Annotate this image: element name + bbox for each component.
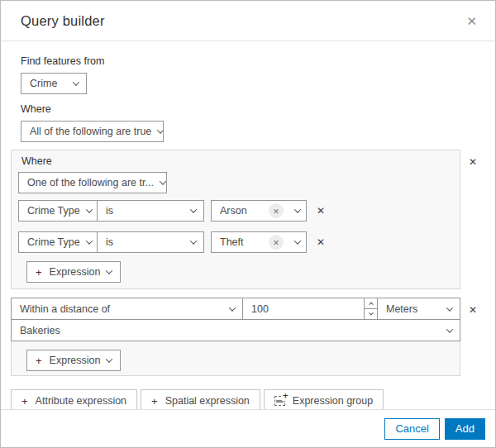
plus-icon: + bbox=[21, 395, 28, 407]
match-logic-select-value: All of the following are true bbox=[30, 126, 151, 137]
chevron-down-icon bbox=[160, 178, 166, 184]
add-expression-button[interactable]: + Expression bbox=[26, 261, 121, 283]
value-combobox[interactable]: Arson ✕ bbox=[211, 200, 307, 222]
field-select[interactable]: Crime Type bbox=[18, 200, 98, 222]
operator-select[interactable]: is bbox=[97, 200, 204, 222]
chevron-down-icon bbox=[190, 206, 197, 212]
expression-group-1: Where One of the following are tr... Cri… bbox=[11, 150, 460, 289]
expression-group-icon bbox=[274, 396, 285, 406]
group-where-label: Where bbox=[21, 155, 453, 168]
chevron-down-icon bbox=[446, 326, 453, 332]
chevron-down-icon bbox=[157, 126, 164, 133]
plus-icon: + bbox=[151, 395, 158, 407]
close-icon[interactable]: ✕ bbox=[466, 15, 477, 27]
attribute-expression-label: Attribute expression bbox=[36, 395, 126, 407]
operator-select-value: is bbox=[106, 236, 113, 248]
chevron-down-icon bbox=[85, 237, 92, 244]
field-select-value: Crime Type bbox=[27, 205, 80, 217]
expression-group-row: Within a distance of bbox=[11, 298, 485, 376]
chevron-down-icon bbox=[294, 206, 301, 212]
remove-group-button[interactable]: ✕ bbox=[467, 155, 479, 169]
plus-icon: + bbox=[36, 355, 42, 367]
spatial-operator-select[interactable]: Within a distance of bbox=[11, 298, 243, 320]
chevron-down-icon bbox=[294, 237, 301, 244]
chevron-down-icon bbox=[190, 237, 197, 244]
cancel-button[interactable]: Cancel bbox=[384, 418, 439, 440]
match-logic-select[interactable]: All of the following are true bbox=[21, 121, 164, 142]
chevron-down-icon bbox=[106, 267, 112, 274]
value-combobox-value: Arson bbox=[220, 205, 269, 217]
chevron-up-icon bbox=[369, 302, 374, 307]
where-label: Where bbox=[21, 103, 485, 116]
chevron-down-icon bbox=[73, 79, 79, 85]
group-remove-column: ✕ bbox=[460, 150, 485, 169]
find-features-label: Find features from bbox=[21, 55, 485, 68]
clear-value-icon[interactable]: ✕ bbox=[269, 235, 284, 250]
dialog-title: Query builder bbox=[21, 13, 105, 29]
value-combobox[interactable]: Theft ✕ bbox=[211, 231, 307, 253]
target-layer-value: Bakeries bbox=[20, 325, 60, 336]
value-combobox-value: Theft bbox=[220, 236, 269, 248]
group-match-logic-value: One of the following are tr... bbox=[27, 177, 154, 188]
stepper-down-button[interactable] bbox=[365, 309, 377, 320]
remove-group-button[interactable]: ✕ bbox=[467, 303, 479, 317]
distance-field bbox=[242, 298, 365, 320]
chevron-down-icon bbox=[369, 311, 374, 316]
spatial-operator-value: Within a distance of bbox=[20, 303, 110, 315]
distance-stepper bbox=[364, 298, 378, 320]
remove-expression-button[interactable]: ✕ bbox=[315, 204, 327, 217]
expression-group-label: Expression group bbox=[293, 395, 373, 407]
distance-input[interactable] bbox=[243, 298, 364, 319]
field-select-value: Crime Type bbox=[27, 236, 80, 248]
operator-select[interactable]: is bbox=[97, 231, 204, 253]
stepper-up-button[interactable] bbox=[365, 298, 377, 309]
group-remove-column: ✕ bbox=[460, 298, 485, 317]
operator-select-value: is bbox=[106, 205, 113, 217]
add-button[interactable]: Add bbox=[445, 418, 485, 440]
dialog-header: Query builder ✕ bbox=[1, 1, 495, 41]
remove-expression-button[interactable]: ✕ bbox=[315, 236, 327, 249]
expression-group-row: Where One of the following are tr... Cri… bbox=[11, 150, 485, 289]
field-select[interactable]: Crime Type bbox=[18, 231, 98, 253]
add-expression-button[interactable]: + Expression bbox=[26, 350, 121, 371]
group-match-logic-select[interactable]: One of the following are tr... bbox=[18, 172, 167, 193]
unit-select[interactable]: Meters bbox=[377, 298, 460, 320]
dialog-body: Find features from Crime Where All of th… bbox=[1, 55, 495, 412]
query-builder-dialog: Query builder ✕ Find features from Crime… bbox=[0, 0, 496, 448]
dialog-footer: Cancel Add bbox=[1, 409, 495, 447]
chevron-down-icon bbox=[229, 304, 236, 311]
target-layer-select[interactable]: Bakeries bbox=[11, 319, 460, 341]
spatial-expression-row: Within a distance of bbox=[11, 298, 460, 320]
chevron-down-icon bbox=[85, 206, 92, 212]
chevron-down-icon bbox=[446, 304, 453, 311]
unit-select-value: Meters bbox=[386, 303, 417, 315]
expression-row: Crime Type is Arson ✕ ✕ bbox=[18, 200, 453, 222]
expression-group-2: Within a distance of bbox=[11, 298, 460, 376]
layer-select-value: Crime bbox=[30, 78, 57, 89]
expression-row: Crime Type is Theft ✕ ✕ bbox=[18, 231, 453, 253]
add-expression-label: Expression bbox=[50, 266, 101, 278]
clear-value-icon[interactable]: ✕ bbox=[269, 203, 284, 218]
chevron-down-icon bbox=[106, 355, 112, 362]
spatial-expression-label: Spatial expression bbox=[165, 395, 250, 407]
plus-icon: + bbox=[36, 266, 42, 279]
layer-select[interactable]: Crime bbox=[21, 73, 87, 94]
add-expression-label: Expression bbox=[50, 355, 101, 366]
